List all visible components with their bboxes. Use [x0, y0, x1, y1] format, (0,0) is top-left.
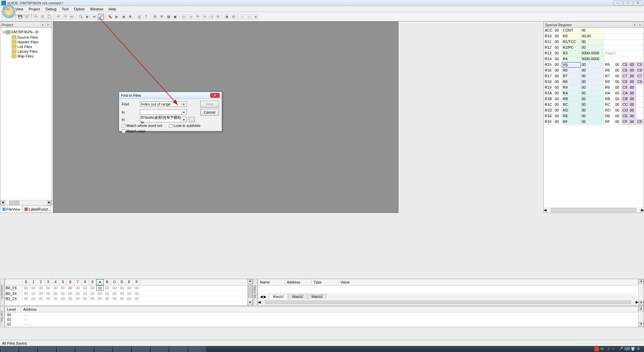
tree-folder[interactable]: List Files [8, 44, 50, 49]
watch-tab[interactable]: Watch2 [288, 294, 307, 299]
next-icon[interactable]: → [246, 14, 252, 20]
taskbar-item[interactable] [76, 346, 93, 352]
taskbar-item[interactable] [57, 346, 74, 352]
register-row[interactable]: R1400R40000-0000 [544, 56, 644, 62]
in-combo-1[interactable]: ▾ [140, 109, 187, 115]
find-button[interactable]: Find [200, 101, 219, 107]
stepout-icon[interactable]: ↗ [201, 14, 207, 20]
taskbar-item[interactable] [151, 346, 168, 352]
watch-vscroll[interactable]: ▲▼ [638, 279, 644, 305]
watch-header[interactable]: Value [338, 279, 638, 285]
rebuild-icon[interactable]: ⚒ [159, 14, 165, 20]
memory-grid[interactable]: 0123456789ABCDEFB0_2X0000000000000000000… [5, 279, 253, 306]
dialog-titlebar[interactable]: Find in Files ✕ [119, 92, 222, 99]
tray-ime-icon[interactable] [594, 347, 599, 351]
bookmark-icon[interactable]: 🔖 [107, 14, 113, 20]
callstack-panel[interactable]: LevelAddress00----01----02---- ▲▼ [5, 306, 644, 327]
taskbar-item[interactable] [1, 346, 18, 352]
paste-icon[interactable]: 📋 [46, 14, 52, 20]
pin-icon[interactable]: ▾ [40, 23, 45, 27]
register-row[interactable]: R1500R500R500C500C5 [544, 62, 644, 68]
close-button[interactable]: ✕ [633, 1, 643, 5]
nextbm-icon[interactable]: ▶ [114, 14, 120, 20]
project-tree[interactable]: ⊟EM78P362N--河 Source FilesHeader FilesLi… [0, 28, 52, 200]
menu-tool[interactable]: Tool [59, 6, 71, 12]
src-icon[interactable]: src [69, 14, 75, 20]
menu-help[interactable]: Help [106, 6, 119, 12]
prevbm-icon[interactable]: ◀ [120, 14, 126, 20]
go-icon[interactable]: ▷ [181, 14, 187, 20]
register-row[interactable]: R1900R900R900C900 [544, 85, 644, 91]
register-row[interactable]: R1600R600R600C600C6 [544, 68, 644, 74]
register-row[interactable]: R1E00RE00RE00CE00 [544, 114, 644, 119]
callstack-header[interactable]: Address [21, 307, 638, 312]
compile-icon[interactable]: ▦ [165, 14, 171, 20]
watch-header[interactable]: Address [285, 279, 312, 285]
callstack-row[interactable]: 00---- [5, 312, 638, 317]
print-icon[interactable]: 🖨 [136, 14, 142, 20]
register-row[interactable]: ACC00CONT00 [544, 28, 644, 34]
tab-labelfunc[interactable]: Label/Funct... [22, 206, 53, 213]
taskbar-item[interactable] [95, 346, 112, 352]
tray-kbd-icon[interactable]: ⌨ [625, 347, 629, 351]
callstack-row[interactable]: 02---- [5, 322, 638, 326]
tray-lang[interactable]: 中 [600, 347, 605, 351]
prev-icon[interactable]: ← [239, 14, 246, 20]
menu-debug[interactable]: Debug [43, 6, 59, 12]
memory-row[interactable]: B1_2X00000000000000000000000000000000 [5, 296, 247, 301]
menu-window[interactable]: Window [88, 6, 106, 12]
register-row[interactable]: R1000R000,00 [544, 34, 644, 39]
runto-icon[interactable]: →| [208, 14, 214, 20]
reg-pin-icon[interactable]: ▾ [632, 23, 637, 27]
watch-header[interactable]: Name [258, 279, 285, 285]
register-row[interactable]: R1F00RF00RF00CF00CF [544, 119, 644, 125]
panel-close-icon[interactable]: ✕ [46, 23, 50, 27]
reset-icon[interactable]: ⟲ [215, 14, 221, 20]
in-combo-2[interactable]: D:\tools\桌面\河东下载站\e▾ [140, 117, 187, 122]
tab-fileview[interactable]: FileView [0, 206, 22, 213]
break-icon[interactable]: ◉ [224, 14, 230, 20]
taskbar-item[interactable] [113, 346, 131, 352]
tray-mic-icon[interactable]: 🎤 [619, 347, 623, 351]
findnext-icon[interactable]: ▶ [85, 14, 91, 20]
cancel-button[interactable]: Cancel [200, 109, 219, 116]
tree-folder[interactable]: Source Files [8, 35, 50, 40]
taskbar-item[interactable] [38, 346, 56, 352]
register-row[interactable]: R1100R1/TCC00 [544, 39, 644, 45]
memory-row[interactable]: B0_2X00000000000000000000000000000000 [5, 285, 247, 291]
register-row[interactable]: R1800R800R800C800C8 [544, 79, 644, 85]
memory-row[interactable]: B0_3X00000000000000000000000000000000 [5, 291, 247, 296]
taskbar-item[interactable] [19, 346, 37, 352]
tray-dot-icon[interactable]: • [612, 347, 617, 351]
register-table[interactable]: ACC00CONT00R1000R000,00R1100R1/TCC00R120… [544, 28, 644, 207]
maximize-button[interactable]: □ [623, 1, 633, 5]
register-row[interactable]: R1300R30000-0000Page1 [544, 51, 644, 56]
help-icon[interactable]: ? [143, 14, 149, 20]
watch-tab[interactable]: Watch3 [308, 294, 326, 299]
find-icon[interactable]: 🔍 [78, 14, 84, 20]
tree-folder[interactable]: Map Files [8, 54, 50, 58]
stepover-icon[interactable]: ↷ [195, 14, 201, 20]
register-row[interactable]: R1700R700R700C700C7 [544, 74, 644, 79]
match-whole-word-check[interactable]: Match whole word onl [122, 124, 162, 128]
tree-folder[interactable]: Library Files [8, 49, 50, 54]
clearbm-icon[interactable]: ✖ [127, 14, 133, 20]
mem-vscroll[interactable]: ▲▼ [247, 279, 253, 305]
breakall-icon[interactable]: ⊘ [230, 14, 236, 20]
register-row[interactable]: R1C00RC00RC00CC00 [544, 102, 644, 108]
browse-button[interactable]: … [189, 117, 195, 122]
menu-option[interactable]: Option [71, 6, 87, 12]
tray-gear-icon[interactable]: ⚙ [637, 347, 641, 351]
register-row[interactable]: R1D00RD00RD00CD00 [544, 108, 644, 114]
match-case-check[interactable]: Match case [122, 129, 145, 133]
minimize-button[interactable]: — [613, 1, 623, 5]
tray-moon-icon[interactable]: ☽ [606, 347, 611, 351]
stepinto-icon[interactable]: ↘ [188, 14, 194, 20]
replace-icon[interactable]: ⇄ [91, 14, 97, 20]
reg-hscroll[interactable]: ◀▶ [544, 207, 644, 213]
tray-shirt-icon[interactable]: 👕 [631, 347, 635, 351]
copy-icon[interactable]: ⎘ [40, 14, 46, 20]
taskbar-item[interactable] [189, 346, 206, 352]
taskbar-item[interactable] [132, 346, 150, 352]
findinfiles-icon[interactable]: 🔎 [98, 14, 104, 20]
